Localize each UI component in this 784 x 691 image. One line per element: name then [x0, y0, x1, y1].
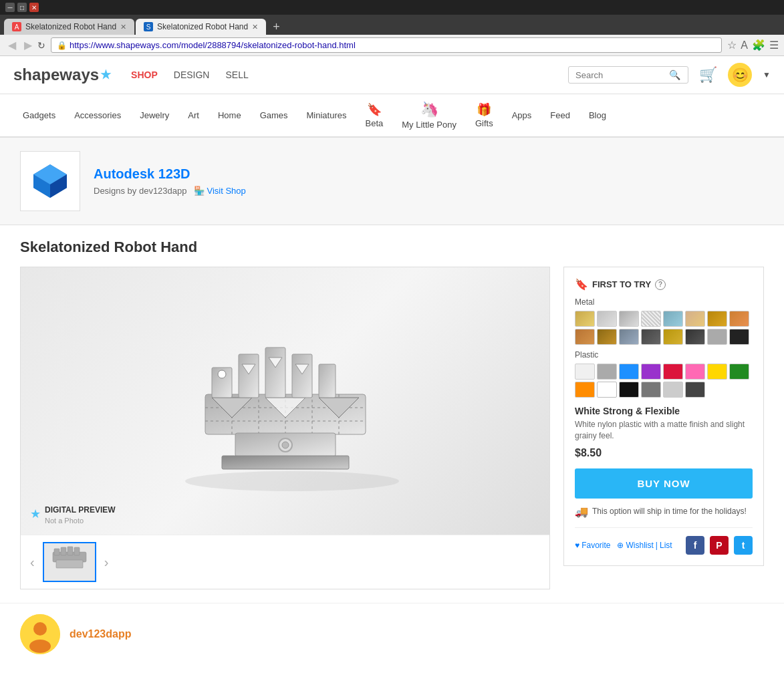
back-button[interactable]: ◀: [5, 37, 19, 53]
swatch-green[interactable]: [729, 364, 749, 380]
logo-text: shapeways: [13, 65, 99, 84]
address-bar[interactable]: 🔒 https://www.shapeways.com/model/288879…: [51, 37, 722, 53]
swatch-dark-steel[interactable]: [685, 329, 705, 345]
swatch-steel[interactable]: [619, 329, 639, 345]
user-avatar-bottom[interactable]: [20, 614, 60, 654]
sidebar-item-blog[interactable]: Blog: [579, 104, 616, 127]
twitter-icon[interactable]: t: [734, 536, 753, 555]
swatch-black-metal[interactable]: [729, 329, 749, 345]
nav-buttons: ◀ ▶ ↻: [5, 37, 45, 53]
swatch-gold[interactable]: [575, 311, 595, 327]
tab-2[interactable]: S Skelatonized Robot Hand ✕: [136, 19, 266, 35]
swatch-silver[interactable]: [597, 311, 617, 327]
facebook-icon[interactable]: f: [686, 536, 704, 555]
swatch-speckled[interactable]: [641, 311, 661, 327]
thumbnail-1[interactable]: [43, 542, 96, 582]
main-nav: SHOP DESIGN SELL: [131, 70, 249, 80]
sidebar-item-games[interactable]: Games: [251, 104, 297, 127]
sidebar-item-apps[interactable]: Apps: [503, 104, 541, 127]
swatch-white[interactable]: [575, 364, 595, 380]
nav-shop[interactable]: SHOP: [131, 70, 158, 80]
home-label: Home: [218, 110, 241, 120]
thumb-prev-button[interactable]: ‹: [27, 555, 37, 570]
search-input[interactable]: [575, 70, 669, 80]
sidebar-item-my-little-pony[interactable]: 🦄 My Little Pony: [392, 94, 466, 136]
swatch-matte-gold[interactable]: [663, 329, 683, 345]
refresh-button[interactable]: ↻: [37, 40, 45, 51]
swatch-purple[interactable]: [641, 364, 661, 380]
tab-2-close[interactable]: ✕: [252, 23, 258, 31]
swatch-yellow[interactable]: [707, 364, 727, 380]
pinterest-icon[interactable]: P: [710, 536, 729, 555]
help-icon[interactable]: ?: [655, 279, 666, 290]
product-main-image: ★ DIGITAL PREVIEW Not a Photo: [21, 267, 549, 535]
swatch-bronze[interactable]: [729, 311, 749, 327]
swatch-black[interactable]: [619, 382, 639, 398]
swatch-chrome[interactable]: [619, 311, 639, 327]
logo[interactable]: shapeways★: [13, 65, 111, 84]
sidebar-item-jewelry[interactable]: Jewelry: [130, 104, 178, 127]
sidebar-item-beta[interactable]: 🔖 Beta: [356, 96, 393, 135]
swatch-pink[interactable]: [685, 364, 705, 380]
sidebar-item-gadgets[interactable]: Gadgets: [13, 104, 65, 127]
swatch-white2[interactable]: [597, 382, 617, 398]
sidebar-item-gifts[interactable]: 🎁 Gifts: [466, 96, 503, 135]
search-box[interactable]: 🔍: [568, 66, 688, 84]
cart-icon[interactable]: 🛒: [699, 66, 717, 84]
close-button[interactable]: ✕: [29, 3, 39, 12]
user-name-bottom[interactable]: dev123dapp: [70, 628, 131, 640]
swatch-blue[interactable]: [619, 364, 639, 380]
selected-material-name: White Strong & Flexible: [575, 406, 680, 416]
digital-preview-label: ★ DIGITAL PREVIEW Not a Photo: [30, 505, 116, 525]
tab-2-title: Skelatonized Robot Hand: [157, 22, 248, 31]
sidebar-item-art[interactable]: Art: [178, 104, 209, 127]
svg-rect-30: [56, 560, 83, 568]
sidebar-item-home[interactable]: Home: [209, 104, 251, 127]
sidebar-item-miniatures[interactable]: Miniatures: [297, 104, 356, 127]
favorite-button[interactable]: ♥ Favorite: [575, 541, 610, 550]
gadgets-label: Gadgets: [23, 110, 55, 120]
swatch-blue-steel[interactable]: [663, 311, 683, 327]
nav-design[interactable]: DESIGN: [174, 70, 210, 80]
swatch-copper[interactable]: [575, 329, 595, 345]
menu-icon[interactable]: ☰: [769, 39, 779, 51]
nav-sell[interactable]: SELL: [225, 70, 248, 80]
buy-now-button[interactable]: BUY NOW: [575, 468, 753, 499]
wishlist-button[interactable]: ⊕ Wishlist | List: [617, 541, 672, 550]
swatch-dark-gray[interactable]: [641, 382, 661, 398]
tab-1-close[interactable]: ✕: [120, 23, 126, 31]
swatch-antique-bronze[interactable]: [597, 329, 617, 345]
swatch-brushed[interactable]: [707, 329, 727, 345]
thumb-next-button[interactable]: ›: [102, 555, 112, 570]
category-nav: Gadgets Accessories Jewelry Art Home Gam…: [0, 94, 784, 138]
user-dropdown-arrow[interactable]: ▼: [763, 70, 771, 80]
visit-shop-link[interactable]: 🏪 Visit Shop: [194, 186, 246, 196]
pipe-separator: |: [656, 541, 658, 550]
user-avatar[interactable]: 😊: [728, 63, 752, 87]
minimize-button[interactable]: ─: [5, 3, 15, 12]
translate-icon[interactable]: A: [741, 39, 748, 51]
bookmark-icon[interactable]: ☆: [727, 39, 737, 51]
tab-1[interactable]: A Skelatonized Robot Hand ✕: [4, 19, 134, 35]
maximize-button[interactable]: □: [17, 3, 27, 12]
new-tab-button[interactable]: +: [267, 20, 285, 34]
swatch-orange[interactable]: [575, 382, 595, 398]
product-panel: 🔖 FIRST TO TRY ? Metal: [563, 267, 764, 566]
swatch-gunmetal[interactable]: [641, 329, 661, 345]
swatch-gray[interactable]: [597, 364, 617, 380]
forward-button[interactable]: ▶: [21, 37, 35, 53]
swatch-brass[interactable]: [707, 311, 727, 327]
swatch-darker-gray[interactable]: [685, 382, 705, 398]
svg-point-36: [33, 622, 47, 636]
sidebar-item-accessories[interactable]: Accessories: [65, 104, 130, 127]
swatch-polished[interactable]: [685, 311, 705, 327]
selected-material-desc: White nylon plastic with a matte finish …: [575, 419, 753, 442]
swatch-light-gray[interactable]: [663, 382, 683, 398]
sidebar-item-feed[interactable]: Feed: [541, 104, 579, 127]
extension-icon[interactable]: 🧩: [752, 39, 765, 51]
swatch-red[interactable]: [663, 364, 683, 380]
search-icon[interactable]: 🔍: [669, 70, 680, 80]
ship-notice: 🚚 This option will ship in time for the …: [575, 505, 753, 518]
designer-name[interactable]: Autodesk 123D: [94, 166, 246, 182]
favorite-label: Favorite: [581, 541, 610, 550]
